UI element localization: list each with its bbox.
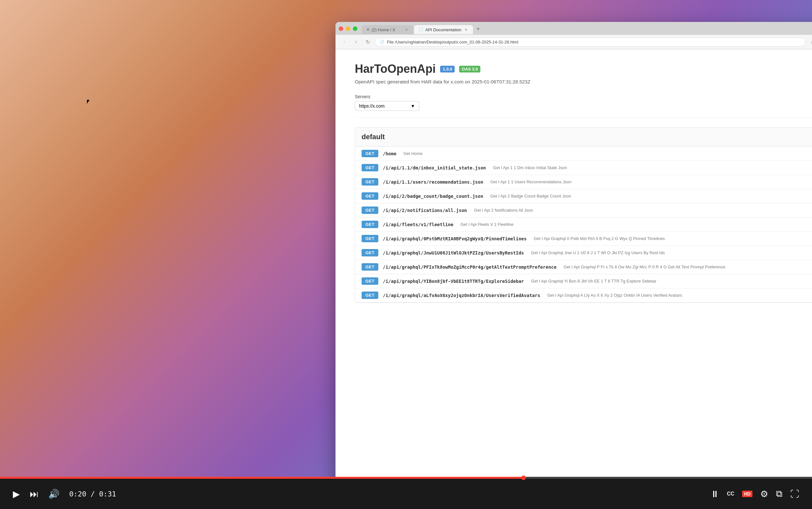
skip-forward-icon: ⏭ — [30, 489, 39, 499]
endpoint-desc: Get I Api 1 1 Users Recommendations Json — [490, 179, 571, 184]
servers-label: Servers — [355, 94, 419, 99]
pause-icon-btn[interactable]: ⏸ — [710, 489, 719, 499]
file-icon: 📄 — [380, 40, 384, 44]
cc-button[interactable]: CC — [727, 491, 734, 497]
endpoint-row-pinned-timelines[interactable]: GET /i/api/graphql/0PstbMztRIA0BFvq2gWyx… — [355, 232, 812, 246]
browser-window: ✕ (2) Home / X ✕ 📄 API Documentation ✕ +… — [335, 22, 812, 492]
cc-icon: CC — [727, 491, 734, 497]
endpoint-desc: Get Home — [403, 151, 422, 156]
endpoint-desc: Get I Api Graphql P FI x Tk 8 Ow Mo Zgi … — [563, 265, 726, 269]
hd-badge: HD — [742, 490, 752, 497]
fullscreen-button[interactable]: ⛶ — [790, 489, 799, 499]
endpoint-path: /i/api/2/notifications/all.json — [383, 208, 467, 213]
browser-content: HarToOpenApi 1.0.0 OAS 3.0 OpenAPI spec … — [335, 49, 812, 492]
api-description: OpenAPI spec generated from HAR data for… — [355, 79, 812, 84]
close-button[interactable] — [339, 26, 343, 31]
endpoint-desc: Get I Api 1 1 Dm Inbox Initial State Jso… — [493, 165, 567, 170]
servers-control: Servers https://x.com ▼ — [355, 94, 419, 111]
tab-title-api: API Documentation — [425, 27, 462, 32]
traffic-lights — [339, 26, 357, 33]
browser-chrome: ✕ (2) Home / X ✕ 📄 API Documentation ✕ +… — [335, 22, 812, 49]
endpoint-path: /i/api/1.1/dm/inbox_initial_state.json — [383, 165, 486, 170]
bookmark-icon[interactable]: ☆ — [808, 37, 812, 46]
endpoint-path: /i/api/graphql/aLfvAoX6xy2ojqzOnkbrIA/Us… — [383, 293, 540, 298]
volume-icon: 🔊 — [48, 489, 60, 499]
endpoint-row-home[interactable]: GET /home Get Home 🔒 ∨ — [355, 146, 812, 161]
video-progress-bar[interactable] — [0, 477, 812, 479]
total-time: 0:31 — [99, 490, 116, 498]
method-get: GET — [362, 235, 378, 242]
endpoint-path: /i/api/graphql/JnwU1U08J1tWlOJktPZIzg/Us… — [383, 250, 524, 256]
endpoint-row-badge-count[interactable]: GET /i/api/2/badge_count/badge_count.jso… — [355, 189, 812, 203]
method-get: GET — [362, 178, 378, 185]
endpoint-desc: Get I Api Fleets V 1 Fleetline — [460, 222, 514, 227]
video-right-controls: ⏸ CC HD ⚙ ⧉ ⛶ — [710, 489, 799, 499]
method-get: GET — [362, 206, 378, 214]
endpoint-row-users-by-rest[interactable]: GET /i/api/graphql/JnwU1U08J1tWlOJktPZIz… — [355, 246, 812, 260]
section-header-default[interactable]: default ∧ — [355, 128, 812, 146]
pause-icon: ⏸ — [710, 489, 719, 499]
settings-button[interactable]: ⚙ — [760, 489, 768, 499]
video-controls: ▶ ⏭ 🔊 0:20 / 0:31 ⏸ CC HD ⚙ ⧉ — [0, 479, 812, 509]
time-separator: / — [90, 490, 99, 498]
method-get: GET — [362, 263, 378, 271]
time-display: 0:20 / 0:31 — [69, 490, 116, 498]
endpoint-desc: Get I Api 2 Notifications All Json — [474, 208, 533, 213]
endpoint-row-verified-avatars[interactable]: GET /i/api/graphql/aLfvAoX6xy2ojqzOnkbrI… — [355, 288, 812, 303]
endpoint-path: /i/api/2/badge_count/badge_count.json — [383, 194, 483, 199]
dropdown-arrow: ▼ — [410, 103, 415, 108]
section-title: default — [362, 133, 385, 141]
new-tab-button[interactable]: + — [474, 25, 483, 34]
api-title: HarToOpenApi — [355, 62, 436, 76]
forward-button[interactable]: › — [352, 37, 361, 46]
endpoint-row-recommendations[interactable]: GET /i/api/1.1/users/recommendations.jso… — [355, 175, 812, 189]
title-row: HarToOpenApi 1.0.0 OAS 3.0 — [355, 62, 812, 76]
reload-button[interactable]: ↻ — [363, 37, 372, 46]
tab-api-docs[interactable]: 📄 API Documentation ✕ — [414, 25, 473, 34]
minimize-button[interactable] — [346, 26, 350, 31]
tab-close-btn-home[interactable]: ✕ — [404, 27, 409, 32]
maximize-button[interactable] — [353, 26, 357, 31]
method-get: GET — [362, 277, 378, 285]
url-display: File /Users/nghiatran/Desktop/output/x.c… — [387, 40, 518, 44]
tab-page-icon: 📄 — [418, 27, 423, 32]
endpoint-path: /i/api/graphql/0PstbMztRIA0BFvq2gWyxQ/Pi… — [383, 236, 527, 241]
browser-toolbar: ‹ › ↻ 📄 File /Users/nghiatran/Desktop/ou… — [335, 35, 812, 49]
method-get: GET — [362, 164, 378, 171]
endpoint-row-alt-text[interactable]: GET /i/api/graphql/PFIxTk8owMoZgiMccP0r4… — [355, 260, 812, 274]
servers-section: Servers https://x.com ▼ Authorize 🔒 — [355, 94, 812, 117]
method-get: GET — [362, 249, 378, 257]
method-get: GET — [362, 221, 378, 228]
fullscreen-icon: ⛶ — [790, 489, 799, 499]
endpoint-desc: Get I Api Graphql Yi Bon 8 Jbf Vb EE 1 T… — [531, 279, 656, 283]
endpoint-row-inbox[interactable]: GET /i/api/1.1/dm/inbox_initial_state.js… — [355, 161, 812, 175]
endpoint-path: /home — [383, 151, 396, 156]
endpoint-path: /i/api/graphql/YIBon8jbf-VbEE1t8TTRTg/Ex… — [383, 279, 524, 284]
api-section-default: default ∧ GET /home Get Home 🔒 ∨ GET /i/… — [355, 127, 812, 303]
video-player: ▶ ⏭ 🔊 0:20 / 0:31 ⏸ CC HD ⚙ ⧉ — [0, 477, 812, 509]
server-select-dropdown[interactable]: https://x.com ▼ — [355, 101, 419, 111]
back-button[interactable]: ‹ — [340, 37, 349, 46]
endpoint-row-explore-sidebar[interactable]: GET /i/api/graphql/YIBon8jbf-VbEE1t8TTRT… — [355, 274, 812, 288]
volume-button[interactable]: 🔊 — [48, 489, 60, 499]
mouse-cursor — [87, 100, 95, 110]
tab-close-btn-api[interactable]: ✕ — [463, 27, 469, 32]
play-icon: ▶ — [13, 489, 20, 499]
current-time: 0:20 — [69, 490, 86, 498]
tab-home-x[interactable]: ✕ (2) Home / X ✕ — [362, 25, 413, 34]
endpoint-row-notifications[interactable]: GET /i/api/2/notifications/all.json Get … — [355, 203, 812, 217]
endpoint-path: /i/api/graphql/PFIxTk8owMoZgiMccP0r4g/ge… — [383, 265, 556, 270]
play-pause-button[interactable]: ▶ — [13, 489, 20, 499]
address-bar[interactable]: 📄 File /Users/nghiatran/Desktop/output/x… — [375, 38, 806, 46]
endpoint-desc: Get I Api Graphql A Lfy Ao X 6 Xy 2 Ojqz… — [547, 293, 682, 298]
pip-button[interactable]: ⧉ — [776, 489, 782, 499]
settings-icon: ⚙ — [760, 489, 768, 499]
progress-fill — [0, 477, 524, 479]
skip-button[interactable]: ⏭ — [30, 489, 39, 499]
server-url: https://x.com — [359, 103, 384, 108]
tab-close-icon[interactable]: ✕ — [366, 27, 370, 32]
endpoint-row-fleetline[interactable]: GET /i/api/fleets/v1/fleetline Get I Api… — [355, 217, 812, 232]
endpoint-desc: Get I Api Graphql Jnw U 1 U0 8 J 1 T WI … — [531, 250, 665, 255]
endpoint-path: /i/api/1.1/users/recommendations.json — [383, 179, 483, 184]
method-get: GET — [362, 150, 378, 157]
